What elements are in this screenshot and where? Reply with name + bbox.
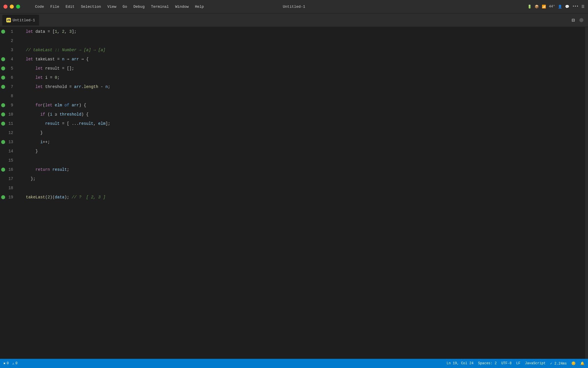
plain-token: ];	[105, 119, 110, 128]
code-line: }	[26, 128, 585, 137]
breakpoint-cell[interactable]	[0, 174, 6, 183]
breakpoint-cell[interactable]	[0, 45, 6, 55]
titlebar: Code File Edit Selection View Go Debug T…	[0, 0, 588, 14]
code-line: takeLast(2)(data); // ? [ 2, 3 ]	[26, 193, 585, 202]
code-line: return result;	[26, 165, 585, 174]
plain-token	[26, 165, 36, 174]
plain-token	[62, 101, 64, 110]
breakpoint-cell[interactable]	[0, 165, 6, 174]
var-token: result	[45, 119, 59, 128]
line-number: 19	[8, 193, 17, 202]
warning-icon: ⚠	[12, 361, 14, 366]
menu-file[interactable]: File	[47, 3, 62, 10]
breakpoint-cell[interactable]	[0, 119, 6, 128]
menu-edit[interactable]: Edit	[63, 3, 77, 10]
plain-token: data = [	[33, 27, 55, 36]
plain-token	[26, 137, 40, 147]
timing: ✓ 2.24ms	[550, 361, 567, 366]
encoding[interactable]: UTF-8	[501, 361, 512, 365]
apple-menu[interactable]	[26, 5, 32, 8]
status-dot	[579, 18, 583, 22]
menu-go[interactable]: Go	[120, 3, 130, 10]
code-line: if (i ≥ threshold) {	[26, 110, 585, 119]
error-icon: ✖	[3, 361, 5, 366]
code-line: result = [ ...result, elm];	[26, 119, 585, 128]
breakpoint-cell[interactable]	[0, 27, 6, 36]
menu-window[interactable]: Window	[172, 3, 192, 10]
plain-token: ) {	[81, 110, 88, 119]
language-mode[interactable]: JavaScript	[525, 361, 546, 365]
statusbar-left: ✖ 0 ⚠ 0	[3, 361, 18, 366]
breakpoint-cell[interactable]	[0, 73, 6, 82]
var-token: elm	[55, 101, 62, 110]
breakpoint-cell[interactable]	[0, 36, 6, 45]
var-token: i	[40, 137, 42, 147]
breakpoint-cell[interactable]	[0, 64, 6, 73]
breakpoint-cell[interactable]	[0, 55, 6, 64]
breakpoint-cell[interactable]	[0, 137, 6, 147]
num-token: 3	[69, 27, 71, 36]
breakpoint-cell[interactable]	[0, 156, 6, 165]
code-line	[26, 36, 585, 45]
menu-debug[interactable]: Debug	[131, 3, 148, 10]
plain-token: takeLast =	[33, 55, 62, 64]
breakpoint-cell[interactable]	[0, 110, 6, 119]
breakpoint-cell[interactable]	[0, 82, 6, 91]
breakpoint-cell[interactable]	[0, 183, 6, 193]
code-line: for(let elm of arr) {	[26, 101, 585, 110]
line-number: 12	[8, 128, 17, 137]
code-line	[26, 91, 585, 101]
minimize-button[interactable]	[10, 5, 14, 9]
breakpoint-cell[interactable]	[0, 128, 6, 137]
line-number: 5	[11, 64, 17, 73]
tabbar: JS Untitled-1 ⊟	[0, 14, 588, 27]
plain-token	[26, 64, 36, 73]
scrollbar[interactable]	[585, 27, 588, 359]
menu-help[interactable]: Help	[192, 3, 207, 10]
code-line: let result = [];	[26, 64, 585, 73]
indent-spaces[interactable]: Spaces: 2	[478, 361, 497, 365]
line-number: 15	[8, 156, 17, 165]
kw-token: let	[26, 27, 33, 36]
menu-code[interactable]: Code	[32, 3, 47, 10]
split-editor-icon[interactable]: ⊟	[572, 17, 575, 23]
editor-container: 12345678910111213141516171819 let data =…	[0, 27, 588, 359]
traffic-lights	[3, 5, 20, 9]
kw-token: return	[36, 165, 50, 174]
maximize-button[interactable]	[16, 5, 20, 9]
breakpoint-cell[interactable]	[0, 147, 6, 156]
plain-token	[26, 82, 36, 91]
eol[interactable]: LF	[516, 361, 520, 365]
code-area[interactable]: let data = [1, 2, 3];// takeLast :: Numb…	[20, 27, 585, 359]
code-line: let threshold = arr.length - n;	[26, 82, 585, 91]
plain-token: ;	[108, 82, 110, 91]
menu-terminal[interactable]: Terminal	[148, 3, 172, 10]
close-button[interactable]	[3, 5, 7, 9]
kw-token: let	[36, 73, 43, 82]
num-token: 1	[55, 27, 57, 36]
tab-untitled1[interactable]: JS Untitled-1	[2, 15, 39, 26]
titlebar-right: 🔋 📦 📶 44° 👤 💬 ••• ☰	[527, 5, 585, 9]
wechat-icon: 💬	[565, 5, 569, 9]
editor: 12345678910111213141516171819 let data =…	[0, 27, 588, 359]
lines-container: 12345678910111213141516171819	[0, 27, 20, 359]
error-count[interactable]: ✖ 0 ⚠ 0	[3, 361, 18, 366]
code-line	[26, 183, 585, 193]
breakpoint-dot	[1, 76, 5, 80]
temperature: 44°	[549, 5, 555, 9]
menu-selection[interactable]: Selection	[78, 3, 104, 10]
line-number: 13	[8, 137, 17, 147]
breakpoint-cell[interactable]	[0, 101, 6, 110]
tab-icons: ⊟	[572, 17, 586, 23]
breakpoint-cell[interactable]	[0, 193, 6, 202]
var-token: threshold	[60, 110, 82, 119]
menu-view[interactable]: View	[105, 3, 119, 10]
breakpoint-cell[interactable]	[0, 91, 6, 101]
breakpoint-dot	[1, 168, 5, 172]
cursor-position[interactable]: Ln 19, Col 24	[446, 361, 473, 365]
line-number: 1	[11, 27, 17, 36]
kw-token: if	[40, 110, 45, 119]
plain-token: ++;	[43, 137, 50, 147]
plain-token: threshold =	[43, 82, 74, 91]
kw-token: let	[36, 82, 43, 91]
